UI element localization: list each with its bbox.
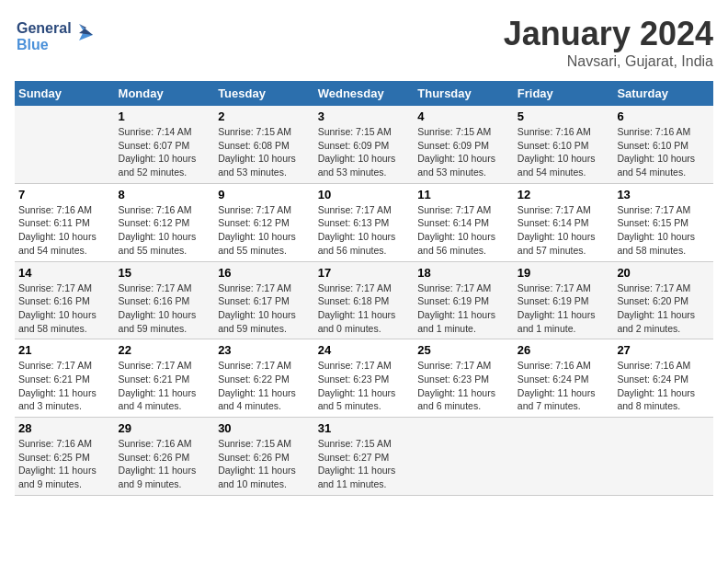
day-number: 16 [218,266,311,280]
calendar-cell: 13Sunrise: 7:17 AM Sunset: 6:15 PM Dayli… [613,183,713,261]
calendar-cell: 21Sunrise: 7:17 AM Sunset: 6:21 PM Dayli… [15,339,115,418]
day-number: 12 [518,188,610,201]
calendar-cell: 20Sunrise: 7:17 AM Sunset: 6:20 PM Dayli… [613,261,713,339]
day-info: Sunrise: 7:17 AM Sunset: 6:18 PM Dayligh… [318,282,411,336]
day-number: 23 [218,343,311,357]
day-number: 17 [318,266,411,280]
day-number: 2 [218,109,311,123]
calendar-cell: 16Sunrise: 7:17 AM Sunset: 6:17 PM Dayli… [214,261,314,339]
calendar-cell: 30Sunrise: 7:15 AM Sunset: 6:26 PM Dayli… [214,418,314,496]
calendar-cell: 11Sunrise: 7:17 AM Sunset: 6:14 PM Dayli… [414,183,514,261]
day-number: 21 [18,343,111,357]
calendar-cell: 29Sunrise: 7:16 AM Sunset: 6:26 PM Dayli… [115,418,215,496]
day-header-sunday: Sunday [15,81,115,106]
day-info: Sunrise: 7:17 AM Sunset: 6:14 PM Dayligh… [518,203,610,258]
calendar-cell: 6Sunrise: 7:16 AM Sunset: 6:10 PM Daylig… [613,106,713,183]
day-number: 4 [417,109,510,123]
week-row-3: 14Sunrise: 7:17 AM Sunset: 6:16 PM Dayli… [15,261,713,339]
calendar-cell: 26Sunrise: 7:16 AM Sunset: 6:24 PM Dayli… [514,339,614,418]
general-blue-logo: GeneralBlue [15,15,97,61]
day-number: 29 [119,421,211,435]
day-number: 24 [318,343,411,357]
day-number: 19 [518,266,610,280]
day-info: Sunrise: 7:16 AM Sunset: 6:26 PM Dayligh… [119,437,211,491]
calendar-cell [15,106,115,183]
day-info: Sunrise: 7:16 AM Sunset: 6:12 PM Dayligh… [119,203,211,258]
day-number: 5 [518,109,610,123]
day-header-thursday: Thursday [414,81,514,106]
calendar-cell: 18Sunrise: 7:17 AM Sunset: 6:19 PM Dayli… [414,261,514,339]
day-number: 28 [18,421,111,435]
day-number: 8 [119,188,211,201]
day-info: Sunrise: 7:16 AM Sunset: 6:25 PM Dayligh… [18,437,111,491]
day-number: 22 [119,343,211,357]
day-info: Sunrise: 7:17 AM Sunset: 6:19 PM Dayligh… [417,282,510,336]
day-info: Sunrise: 7:17 AM Sunset: 6:23 PM Dayligh… [417,359,510,413]
title-block: January 2024 Navsari, Gujarat, India [504,15,713,70]
week-row-2: 7Sunrise: 7:16 AM Sunset: 6:11 PM Daylig… [15,183,713,261]
calendar-cell: 1Sunrise: 7:14 AM Sunset: 6:07 PM Daylig… [115,106,215,183]
day-info: Sunrise: 7:17 AM Sunset: 6:13 PM Dayligh… [318,203,411,258]
day-info: Sunrise: 7:15 AM Sunset: 6:09 PM Dayligh… [417,125,510,179]
svg-text:General: General [17,20,72,36]
day-info: Sunrise: 7:15 AM Sunset: 6:09 PM Dayligh… [318,125,411,179]
day-number: 30 [218,421,311,435]
day-info: Sunrise: 7:16 AM Sunset: 6:24 PM Dayligh… [518,359,610,413]
calendar-cell: 14Sunrise: 7:17 AM Sunset: 6:16 PM Dayli… [15,261,115,339]
calendar-table: SundayMondayTuesdayWednesdayThursdayFrid… [15,81,713,496]
day-number: 18 [417,266,510,280]
calendar-cell: 9Sunrise: 7:17 AM Sunset: 6:12 PM Daylig… [214,183,314,261]
day-info: Sunrise: 7:17 AM Sunset: 6:16 PM Dayligh… [18,282,111,336]
day-header-wednesday: Wednesday [314,81,415,106]
day-info: Sunrise: 7:16 AM Sunset: 6:10 PM Dayligh… [617,125,710,179]
day-info: Sunrise: 7:17 AM Sunset: 6:12 PM Dayligh… [218,203,311,258]
day-info: Sunrise: 7:17 AM Sunset: 6:17 PM Dayligh… [218,282,311,336]
calendar-cell: 15Sunrise: 7:17 AM Sunset: 6:16 PM Dayli… [115,261,215,339]
calendar-cell: 10Sunrise: 7:17 AM Sunset: 6:13 PM Dayli… [314,183,415,261]
calendar-cell: 19Sunrise: 7:17 AM Sunset: 6:19 PM Dayli… [514,261,614,339]
day-info: Sunrise: 7:17 AM Sunset: 6:22 PM Dayligh… [218,359,311,413]
calendar-cell: 31Sunrise: 7:15 AM Sunset: 6:27 PM Dayli… [314,418,415,496]
calendar-cell: 7Sunrise: 7:16 AM Sunset: 6:11 PM Daylig… [15,183,115,261]
calendar-cell: 3Sunrise: 7:15 AM Sunset: 6:09 PM Daylig… [314,106,415,183]
page-header: GeneralBlue January 2024 Navsari, Gujara… [15,15,713,70]
calendar-cell: 23Sunrise: 7:17 AM Sunset: 6:22 PM Dayli… [214,339,314,418]
day-info: Sunrise: 7:15 AM Sunset: 6:26 PM Dayligh… [218,437,311,491]
day-info: Sunrise: 7:17 AM Sunset: 6:20 PM Dayligh… [617,282,710,336]
day-info: Sunrise: 7:17 AM Sunset: 6:15 PM Dayligh… [617,203,710,258]
main-title: January 2024 [504,15,713,53]
calendar-cell: 24Sunrise: 7:17 AM Sunset: 6:23 PM Dayli… [314,339,415,418]
header-row: SundayMondayTuesdayWednesdayThursdayFrid… [15,81,713,106]
day-number: 14 [18,266,111,280]
calendar-cell [514,418,614,496]
day-number: 15 [119,266,211,280]
calendar-cell: 2Sunrise: 7:15 AM Sunset: 6:08 PM Daylig… [214,106,314,183]
day-header-friday: Friday [514,81,614,106]
day-info: Sunrise: 7:17 AM Sunset: 6:16 PM Dayligh… [119,282,211,336]
day-info: Sunrise: 7:15 AM Sunset: 6:27 PM Dayligh… [318,437,411,491]
svg-marker-3 [79,24,93,35]
day-info: Sunrise: 7:16 AM Sunset: 6:10 PM Dayligh… [518,125,610,179]
day-number: 1 [119,109,211,123]
calendar-cell: 17Sunrise: 7:17 AM Sunset: 6:18 PM Dayli… [314,261,415,339]
day-info: Sunrise: 7:14 AM Sunset: 6:07 PM Dayligh… [119,125,211,179]
day-header-tuesday: Tuesday [214,81,314,106]
day-number: 26 [518,343,610,357]
day-number: 10 [318,188,411,201]
day-header-monday: Monday [115,81,215,106]
calendar-cell: 28Sunrise: 7:16 AM Sunset: 6:25 PM Dayli… [15,418,115,496]
day-number: 9 [218,188,311,201]
day-header-saturday: Saturday [613,81,713,106]
calendar-cell: 4Sunrise: 7:15 AM Sunset: 6:09 PM Daylig… [414,106,514,183]
calendar-cell: 27Sunrise: 7:16 AM Sunset: 6:24 PM Dayli… [613,339,713,418]
calendar-cell: 25Sunrise: 7:17 AM Sunset: 6:23 PM Dayli… [414,339,514,418]
week-row-5: 28Sunrise: 7:16 AM Sunset: 6:25 PM Dayli… [15,418,713,496]
day-info: Sunrise: 7:16 AM Sunset: 6:24 PM Dayligh… [617,359,710,413]
day-info: Sunrise: 7:16 AM Sunset: 6:11 PM Dayligh… [18,203,111,258]
day-number: 27 [617,343,710,357]
calendar-cell [414,418,514,496]
calendar-cell: 8Sunrise: 7:16 AM Sunset: 6:12 PM Daylig… [115,183,215,261]
day-number: 25 [417,343,510,357]
day-info: Sunrise: 7:17 AM Sunset: 6:14 PM Dayligh… [417,203,510,258]
calendar-cell: 22Sunrise: 7:17 AM Sunset: 6:21 PM Dayli… [115,339,215,418]
